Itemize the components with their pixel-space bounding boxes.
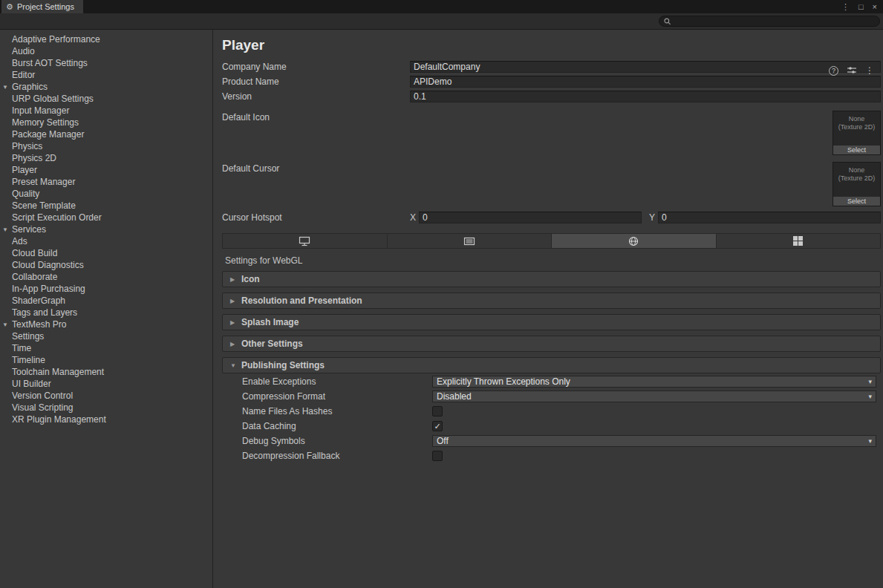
window-tab-project-settings[interactable]: ⚙ Project Settings: [1, 0, 83, 13]
sidebar-item[interactable]: ▼ Visual Scripting: [0, 402, 212, 414]
sidebar-item-label: UI Builder: [12, 379, 51, 389]
window-menu-icon[interactable]: ⋮: [841, 2, 850, 12]
dropdown[interactable]: Disabled ▾: [432, 391, 876, 402]
sidebar-item[interactable]: ▼ Graphics: [0, 81, 212, 93]
sidebar-item[interactable]: ▼ Package Manager: [0, 128, 212, 140]
text-field[interactable]: [410, 76, 881, 88]
section-publishing-settings[interactable]: ▼ Publishing Settings: [222, 357, 881, 373]
sidebar-item[interactable]: ▼ Quality: [0, 188, 212, 200]
sidebar-item[interactable]: ▼ Toolchain Management: [0, 366, 212, 378]
project-settings-window: ⚙ Project Settings ⋮ □ × ▼ Adaptive Perf…: [0, 0, 883, 588]
foldout-open-icon[interactable]: ▼: [2, 82, 8, 94]
hotspot-y-field[interactable]: [658, 212, 881, 223]
sidebar-item[interactable]: ▼ Editor: [0, 69, 212, 81]
main-panel: Player ? ⋮ Company Name Produ: [213, 30, 883, 588]
platform-tab-webgl[interactable]: [552, 234, 717, 248]
hotspot-x-field[interactable]: [419, 212, 642, 223]
sidebar-item[interactable]: ▼ Collaborate: [0, 271, 212, 283]
checkbox[interactable]: ✓: [432, 421, 443, 431]
sidebar-item[interactable]: ▼ Physics 2D: [0, 152, 212, 164]
sidebar-item[interactable]: ▼ Adaptive Performance: [0, 33, 212, 45]
sidebar-item[interactable]: ▼ Services: [0, 223, 212, 235]
foldout-open-icon[interactable]: ▼: [2, 319, 8, 331]
platform-tab-server[interactable]: [388, 234, 553, 248]
maximize-icon[interactable]: □: [858, 2, 864, 11]
sidebar-item[interactable]: ▼ Time: [0, 342, 212, 354]
field-label: Default Cursor: [222, 162, 410, 206]
chevron-right-icon: ▶: [230, 341, 239, 347]
sidebar-item-label: TextMesh Pro: [12, 319, 66, 330]
window-title: Project Settings: [17, 2, 74, 11]
select-button[interactable]: Select: [833, 146, 880, 154]
window-controls: ⋮ □ ×: [841, 0, 883, 13]
dropdown[interactable]: Off ▾: [432, 435, 876, 447]
publishing-row: Debug Symbols Off ▾ ✓: [222, 434, 881, 448]
sidebar-item[interactable]: ▼ Script Execution Order: [0, 212, 212, 223]
sidebar-item[interactable]: ▼ Version Control: [0, 390, 212, 402]
section-header[interactable]: ▶ Splash Image: [222, 314, 881, 330]
search-box[interactable]: [659, 16, 880, 27]
setting-control: Explicitly Thrown Exceptions Only ▾ ✓: [432, 376, 876, 388]
sidebar-item-label: Time: [12, 343, 31, 353]
cursor-hotspot-row: Cursor Hotspot X Y: [222, 212, 881, 223]
sidebar-item-label: Editor: [12, 70, 35, 80]
object-picker[interactable]: None (Texture 2D) Select: [833, 111, 881, 155]
section-label: Resolution and Presentation: [241, 295, 362, 306]
sidebar-item[interactable]: ▼ URP Global Settings: [0, 93, 212, 105]
more-options-icon[interactable]: ⋮: [865, 65, 874, 76]
select-button[interactable]: Select: [833, 197, 880, 206]
sidebar-item[interactable]: ▼ Ads: [0, 235, 212, 247]
dropdown[interactable]: Explicitly Thrown Exceptions Only ▾: [432, 376, 876, 388]
presets-icon[interactable]: [847, 66, 857, 75]
platform-tab-windows[interactable]: [717, 234, 881, 248]
object-picker[interactable]: None (Texture 2D) Select: [833, 162, 881, 206]
text-field[interactable]: [410, 61, 881, 73]
sidebar-item[interactable]: ▼ Input Manager: [0, 105, 212, 117]
sidebar-item[interactable]: ▼ Audio: [0, 45, 212, 57]
sidebar-item-label: Player: [12, 165, 37, 175]
sidebar-item-label: Memory Settings: [12, 117, 79, 128]
sidebar-item[interactable]: ▼ Memory Settings: [0, 117, 212, 128]
search-input[interactable]: [674, 17, 875, 26]
sidebar-item[interactable]: ▼ TextMesh Pro: [0, 318, 212, 330]
close-icon[interactable]: ×: [873, 2, 877, 11]
text-field[interactable]: [410, 91, 881, 102]
check-icon: ✓: [434, 422, 440, 431]
setting-label: Enable Exceptions: [242, 376, 432, 387]
section-header[interactable]: ▶ Icon: [222, 271, 881, 287]
sidebar-item[interactable]: ▼ Cloud Build: [0, 247, 212, 259]
webgl-icon: [628, 236, 639, 246]
section-label: Other Settings: [241, 339, 303, 349]
sidebar-item-label: Collaborate: [12, 272, 57, 282]
sidebar-item[interactable]: ▼ ShaderGraph: [0, 295, 212, 307]
checkbox[interactable]: ✓: [432, 451, 443, 461]
sidebar-item[interactable]: ▼ Settings: [0, 330, 212, 342]
object-field-row: Default Icon None (Texture 2D) Select: [222, 111, 881, 155]
field-label: Product Name: [222, 76, 410, 87]
sidebar-item-label: Quality: [12, 189, 39, 199]
platform-tab-standalone[interactable]: [223, 234, 388, 248]
sidebar-item[interactable]: ▼ Player: [0, 164, 212, 176]
sidebar-item[interactable]: ▼ In-App Purchasing: [0, 283, 212, 295]
publishing-row: Name Files As Hashes ▾ ✓: [222, 404, 881, 419]
sidebar-item[interactable]: ▼ Scene Template: [0, 200, 212, 212]
sidebar-item[interactable]: ▼ UI Builder: [0, 378, 212, 390]
section-header[interactable]: ▶ Resolution and Presentation: [222, 293, 881, 309]
setting-label: Debug Symbols: [242, 436, 432, 446]
form-row: Version: [222, 89, 881, 104]
sidebar-item[interactable]: ▼ Tags and Layers: [0, 307, 212, 318]
checkbox[interactable]: ✓: [432, 406, 443, 416]
page-title: Player: [222, 36, 881, 55]
sidebar-item[interactable]: ▼ Physics: [0, 140, 212, 152]
platform-tabs: [222, 233, 881, 249]
sidebar-item[interactable]: ▼ Burst AOT Settings: [0, 57, 212, 69]
sidebar-item-label: Timeline: [12, 355, 45, 365]
section-header[interactable]: ▶ Other Settings: [222, 336, 881, 352]
sidebar-item[interactable]: ▼ Preset Manager: [0, 176, 212, 188]
chevron-right-icon: ▶: [230, 298, 239, 304]
sidebar-item[interactable]: ▼ Cloud Diagnostics: [0, 259, 212, 271]
sidebar-item[interactable]: ▼ Timeline: [0, 354, 212, 366]
sidebar-item[interactable]: ▼ XR Plugin Management: [0, 414, 212, 425]
help-icon[interactable]: ?: [829, 66, 838, 76]
foldout-open-icon[interactable]: ▼: [2, 224, 8, 236]
